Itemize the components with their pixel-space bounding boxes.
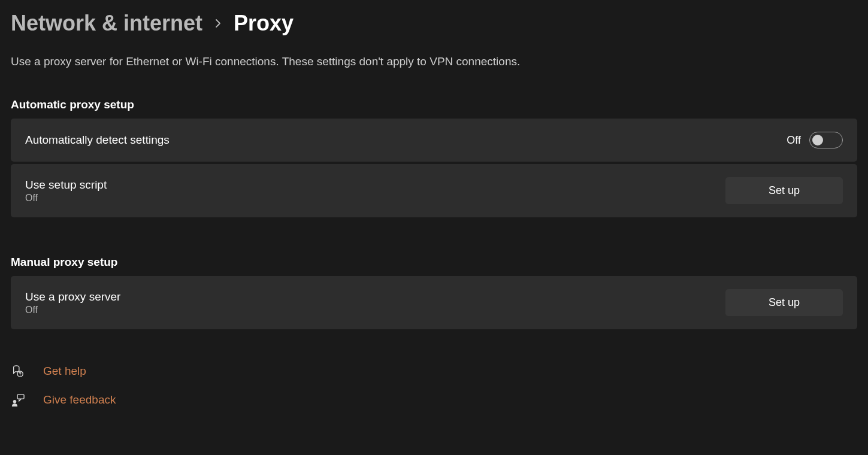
proxy-server-label: Use a proxy server [25,290,120,304]
chevron-right-icon [213,19,223,28]
svg-rect-3 [17,395,24,399]
setup-script-label: Use setup script [25,178,107,192]
automatic-section-title: Automatic proxy setup [11,98,857,111]
footer-links: Get help Give feedback [11,364,857,407]
feedback-icon [11,393,25,407]
breadcrumb: Network & internet Proxy [11,11,857,36]
auto-detect-label: Automatically detect settings [25,134,170,147]
auto-detect-toggle-container: Off [787,132,843,148]
proxy-server-row[interactable]: Use a proxy server Off Set up [11,276,857,329]
auto-detect-settings-row[interactable]: Automatically detect settings Off [11,119,857,162]
proxy-server-setup-button[interactable]: Set up [725,289,843,316]
setup-script-status: Off [25,193,107,204]
auto-detect-toggle[interactable] [809,132,843,148]
help-icon [11,364,25,378]
setup-script-row[interactable]: Use setup script Off Set up [11,164,857,217]
setup-script-button[interactable]: Set up [725,177,843,204]
give-feedback-link[interactable]: Give feedback [11,393,857,407]
page-description: Use a proxy server for Ethernet or Wi-Fi… [11,55,857,68]
svg-point-2 [13,400,17,404]
svg-point-1 [20,375,20,375]
auto-detect-toggle-state: Off [787,134,801,147]
breadcrumb-parent-link[interactable]: Network & internet [11,11,202,36]
get-help-link[interactable]: Get help [11,364,857,378]
page-title: Proxy [234,11,294,36]
manual-section-title: Manual proxy setup [11,256,857,269]
get-help-text: Get help [43,365,86,378]
proxy-server-status: Off [25,305,120,316]
toggle-knob [812,135,823,145]
give-feedback-text: Give feedback [43,393,116,407]
